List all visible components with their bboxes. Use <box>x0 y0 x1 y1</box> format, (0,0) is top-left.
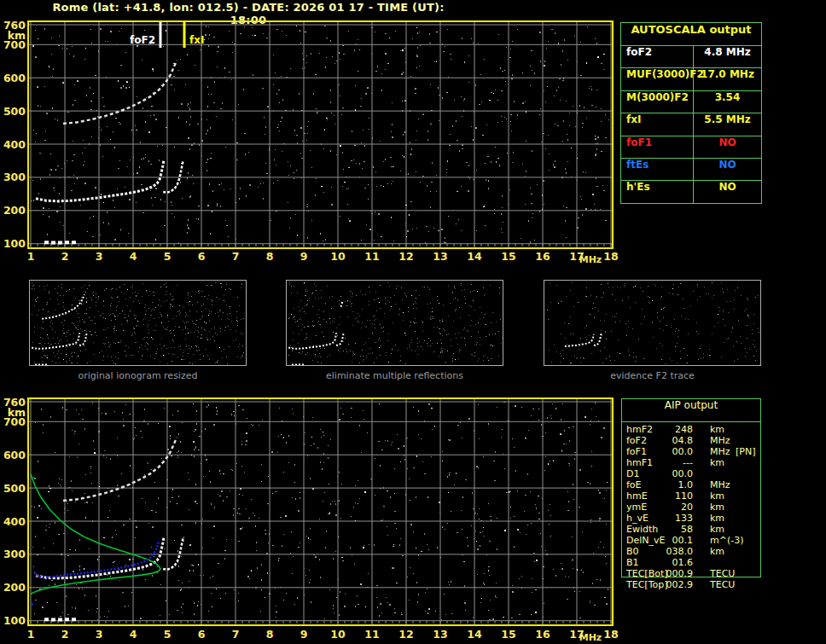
thumbnail-1-caption: original ionogram resized <box>29 370 247 381</box>
axis-labels: 760700600500400300200100km12345678910111… <box>3 396 619 644</box>
thumbnail-2-frame <box>286 280 503 366</box>
x-axis-tick-label: 13 <box>433 250 447 263</box>
aip-unit: TECU <box>710 579 735 590</box>
plot-border <box>28 21 613 248</box>
x-axis-tick-label: 18 <box>603 250 618 263</box>
aip-unit: km <box>710 502 724 513</box>
x-axis-tick-label: 8 <box>266 250 274 263</box>
x-axis-tick-label: 3 <box>96 628 103 641</box>
noise-speckle <box>32 402 608 621</box>
aip-lbl: foF1 <box>626 446 647 457</box>
x-axis-tick-label: 7 <box>232 250 240 263</box>
aip-row-h_vE: h_vE133km <box>621 513 761 524</box>
autoscala-row-label: fxI <box>621 113 694 135</box>
x-axis-tick-label: 2 <box>61 250 69 263</box>
y-axis-tick-label: 200 <box>3 581 26 594</box>
y-axis-tick-label: 600 <box>3 72 26 84</box>
y-axis-unit-label: km <box>8 29 26 42</box>
autoscala-row-value: NO <box>694 136 761 158</box>
x-axis-tick-label: 4 <box>130 250 137 263</box>
aip-unit: km <box>710 424 724 435</box>
aip-lbl: foF2 <box>626 435 647 446</box>
aip-lbl: hmF2 <box>626 424 653 435</box>
aip-row-foF2: foF204.8MHz <box>621 435 761 446</box>
x-axis-unit-label: MHz <box>579 632 602 643</box>
aip-val: 58 <box>654 524 693 535</box>
y-axis-tick-label: 200 <box>3 204 26 217</box>
x-axis-tick-label: 15 <box>501 250 515 263</box>
x-axis-tick-label: 1 <box>27 250 35 263</box>
x-axis-tick-label: 10 <box>330 628 346 641</box>
autoscala-row-value: NO <box>694 159 761 180</box>
thumbnail-3-frame <box>544 280 761 366</box>
aip-table-rows: hmF2248kmfoF204.8MHzfoF100.0MHz[PN]hmF1-… <box>621 424 761 590</box>
aip-extra: [PN] <box>736 446 755 457</box>
aip-unit: TECU <box>710 568 735 579</box>
aip-val: 1.0 <box>654 479 693 490</box>
aip-lbl: hmF1 <box>626 457 653 468</box>
autoscala-row-value: 5.5 MHz <box>694 113 761 135</box>
aip-val: 00.0 <box>654 446 693 457</box>
series-x_trace <box>163 537 183 570</box>
x-axis-tick-label: 16 <box>535 250 550 263</box>
series-fitted_dot <box>31 603 33 606</box>
aip-val: 00.0 <box>654 468 693 479</box>
y-axis-tick-label: 100 <box>3 237 26 250</box>
y-axis-tick-label: 400 <box>3 515 26 528</box>
marker-label-fxI: fxI <box>189 34 204 46</box>
top-ionogram-plot: foF2fxI760700600500400300200100km1234567… <box>3 19 619 266</box>
aip-lbl: B0 <box>626 546 639 557</box>
x-axis-tick-label: 14 <box>467 250 482 263</box>
autoscala-table-header: AUTOSCALA output <box>621 23 761 46</box>
aip-lbl: hmE <box>626 490 648 502</box>
plot-border <box>28 398 613 625</box>
autoscala-output-table: AUTOSCALA output foF24.8 MHzMUF(3000)F21… <box>620 22 762 204</box>
autoscala-row-ftEs: ftEsNO <box>621 159 761 181</box>
autoscala-row-value: NO <box>694 181 761 202</box>
x-axis-tick-label: 10 <box>330 250 346 263</box>
x-axis-tick-label: 12 <box>398 250 413 263</box>
y-axis-tick-label: 300 <box>3 171 26 183</box>
x-axis-tick-label: 18 <box>603 628 618 641</box>
x-axis-tick-label: 9 <box>300 250 308 263</box>
bottom-ionogram-plot: 760700600500400300200100km12345678910111… <box>3 396 619 644</box>
aip-val: 00.1 <box>654 535 693 546</box>
y-axis-tick-label: 100 <box>3 614 26 627</box>
x-axis-tick-label: 4 <box>130 628 137 641</box>
thumbnail-1-frame <box>29 280 247 366</box>
x-axis-tick-label: 6 <box>198 628 206 641</box>
aip-val: 133 <box>654 513 693 524</box>
app-window: Rome (lat: +41.8, lon: 012.5) - DATE: 20… <box>0 0 826 644</box>
series-o_trace <box>36 160 164 201</box>
aip-row-TEC[Bot]: TEC[Bot]000.9TECU <box>621 568 761 579</box>
axis-labels: 760700600500400300200100km12345678910111… <box>3 19 619 266</box>
aip-row-hmF1: hmF1---km <box>621 457 761 468</box>
autoscala-row-label: h'Es <box>621 181 694 202</box>
aip-val: 000.9 <box>654 568 693 579</box>
aip-unit: MHz <box>710 446 730 457</box>
aip-row-ymE: ymE20km <box>621 502 761 513</box>
aip-lbl: foE <box>626 479 642 490</box>
x-axis-tick-label: 12 <box>398 628 413 641</box>
aip-row-foF1: foF100.0MHz[PN] <box>621 446 761 457</box>
aip-unit: m^(-3) <box>710 535 743 546</box>
autoscala-row-foF2: foF24.8 MHz <box>621 46 761 68</box>
aip-val: 038.0 <box>654 546 693 557</box>
aip-unit: km <box>710 490 724 502</box>
x-axis-tick-label: 11 <box>364 628 379 641</box>
x-axis-tick-label: 1 <box>27 628 35 641</box>
x-axis-tick-label: 3 <box>96 250 103 263</box>
aip-lbl: D1 <box>626 468 639 479</box>
traces <box>36 61 183 243</box>
autoscala-row-value: 3.54 <box>694 91 761 113</box>
x-axis-tick-label: 5 <box>164 250 172 263</box>
x-axis-tick-label: 13 <box>433 628 447 641</box>
aip-val: 248 <box>654 424 693 435</box>
aip-unit: km <box>710 546 724 557</box>
aip-unit: km <box>710 524 724 535</box>
x-axis-tick-label: 8 <box>266 628 274 641</box>
marker-label-foF2: foF2 <box>130 34 155 46</box>
aip-table-header: AIP output <box>622 399 760 422</box>
autoscala-row-label: foF1 <box>621 136 694 158</box>
aip-unit: km <box>710 457 724 468</box>
